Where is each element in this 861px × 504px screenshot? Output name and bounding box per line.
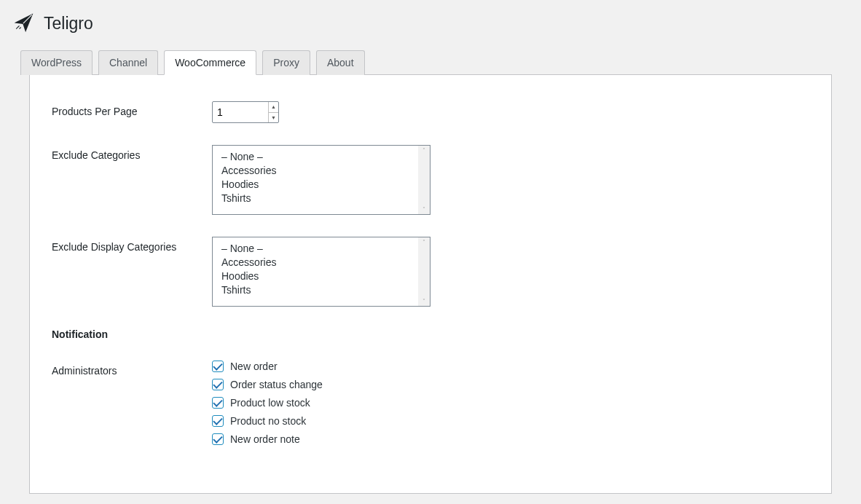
label-exclude-display-categories: Exclude Display Categories [52, 237, 212, 253]
stepper-up-icon[interactable]: ▲ [269, 102, 278, 113]
row-exclude-categories: Exclude Categories – None – Accessories … [52, 145, 809, 215]
tab-woocommerce[interactable]: WooCommerce [164, 50, 256, 75]
row-exclude-display-categories: Exclude Display Categories – None – Acce… [52, 237, 809, 307]
option-hoodies[interactable]: Hoodies [220, 269, 411, 283]
settings-panel: Products Per Page ▲ ▼ Exclude Categories [29, 74, 832, 494]
products-per-page-input-wrap: ▲ ▼ [212, 101, 279, 123]
checkbox-new-order[interactable] [212, 361, 224, 372]
scroll-up-icon: ˄ [422, 239, 425, 245]
option-none[interactable]: – None – [220, 150, 411, 164]
stepper-down-icon[interactable]: ▼ [269, 113, 278, 123]
checkbox-product-low-stock[interactable] [212, 397, 224, 409]
row-administrators: Administrators New order Order status ch… [52, 361, 809, 445]
checkbox-label: Product low stock [230, 397, 310, 409]
page: Teligro WordPress Channel WooCommerce Pr… [0, 0, 861, 494]
option-tshirts[interactable]: Tshirts [220, 283, 411, 297]
scroll-up-icon: ˄ [422, 147, 425, 154]
paper-plane-icon [15, 13, 34, 34]
page-title: Teligro [44, 14, 93, 34]
notification-heading: Notification [52, 328, 809, 340]
checkbox-product-no-stock[interactable] [212, 415, 224, 427]
scroll-down-icon: ˅ [422, 298, 425, 304]
option-accessories[interactable]: Accessories [220, 164, 411, 178]
row-products-per-page: Products Per Page ▲ ▼ [52, 101, 809, 123]
checkbox-label: New order [230, 361, 278, 372]
checkbox-item-product-low-stock: Product low stock [212, 397, 323, 409]
exclude-display-categories-select[interactable]: – None – Accessories Hoodies Tshirts ˄ ˅ [212, 237, 430, 307]
scrollbar[interactable]: ˄ ˅ [418, 237, 430, 306]
tab-wordpress[interactable]: WordPress [20, 50, 93, 75]
tab-about[interactable]: About [316, 50, 365, 75]
checkbox-order-status-change[interactable] [212, 379, 224, 390]
products-per-page-input[interactable] [213, 102, 268, 122]
checkbox-item-order-status-change: Order status change [212, 379, 323, 390]
checkbox-item-product-no-stock: Product no stock [212, 415, 323, 427]
checkbox-item-new-order: New order [212, 361, 323, 372]
checkbox-label: Product no stock [230, 415, 306, 427]
page-header: Teligro [0, 0, 861, 50]
tab-channel[interactable]: Channel [98, 50, 158, 75]
scroll-down-icon: ˅ [422, 206, 425, 213]
tab-nav: WordPress Channel WooCommerce Proxy Abou… [15, 50, 846, 74]
tab-proxy[interactable]: Proxy [262, 50, 310, 75]
label-products-per-page: Products Per Page [52, 101, 212, 117]
option-tshirts[interactable]: Tshirts [220, 192, 411, 205]
checkbox-item-new-order-note: New order note [212, 433, 323, 445]
exclude-categories-select[interactable]: – None – Accessories Hoodies Tshirts ˄ ˅ [212, 145, 430, 215]
option-accessories[interactable]: Accessories [220, 256, 411, 269]
label-administrators: Administrators [52, 361, 212, 377]
checkbox-label: Order status change [230, 379, 323, 390]
checkbox-label: New order note [230, 433, 300, 445]
quantity-stepper: ▲ ▼ [268, 102, 278, 122]
scrollbar[interactable]: ˄ ˅ [418, 146, 430, 214]
administrators-checkbox-list: New order Order status change Product lo… [212, 361, 323, 445]
option-hoodies[interactable]: Hoodies [220, 178, 411, 192]
option-none[interactable]: – None – [220, 242, 411, 256]
checkbox-new-order-note[interactable] [212, 433, 224, 445]
tabs-container: WordPress Channel WooCommerce Proxy Abou… [0, 50, 861, 494]
label-exclude-categories: Exclude Categories [52, 145, 212, 161]
